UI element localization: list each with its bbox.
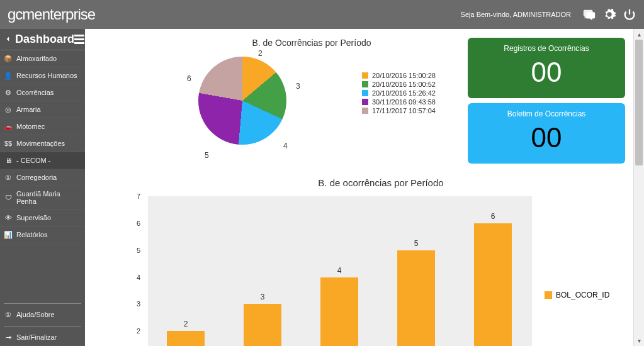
sidebar-item-label: Recursos Humanos [16,72,77,79]
sidebar-item-label: Relatórios [16,231,48,238]
sidebar-item-label: Supervisão [16,214,51,221]
logo-main: gcm [8,6,34,23]
monitor-icon: 🖥 [4,156,13,165]
legend-swatch [362,81,368,87]
sidebar-item-relatorios[interactable]: 📊 Relatórios [0,226,85,243]
sidebar-item-almoxarifado[interactable]: 📦 Almoxarifado [0,50,85,67]
pie-graphic [198,57,286,145]
chat-icon[interactable] [582,8,596,21]
alert-icon: ① [4,173,13,182]
eye-icon: 👁 [4,213,13,222]
sidebar-item-label: Armaria [16,106,41,113]
sidebar-item-ajuda[interactable]: ① Ajuda/Sobre [0,306,85,323]
sidebar-item-label: Almoxarifado [16,55,57,62]
pie-slice-label: 6 [187,74,191,83]
legend-item: 30/11/2016 09:43:58 [362,98,436,106]
legend-swatch [362,90,368,96]
scroll-down-icon[interactable]: ▾ [634,335,644,346]
sidebar-item-armaria[interactable]: ◎ Armaria [0,101,85,118]
report-icon: 📊 [4,230,13,239]
app-logo: gcmenterprise [8,6,95,23]
sidebar-item-sair[interactable]: ⇥ Sair/Finalizar [0,329,85,346]
legend-label: 20/10/2016 15:00:28 [372,72,436,79]
stat-cards: Registros de Ocorrências 00 Boletim de O… [468,38,625,164]
sidebar-item-label: Guardiã Maria Penha [16,190,81,205]
welcome-text: Seja Bem-vindo, ADMINISTRADOR [461,11,571,18]
box-icon: 📦 [4,54,13,63]
person-icon: 👤 [4,71,13,80]
card-boletim-ocorrencias[interactable]: Boletim de Ocorrências 00 [468,103,625,164]
bar-legend: BOL_OCOR_ID [545,291,609,299]
back-icon[interactable] [4,35,13,45]
money-icon: $$ [4,139,13,148]
gear-icon[interactable] [602,8,616,21]
card-title: Boletim de Ocorrências [473,109,620,118]
y-tick: 6 [137,220,140,227]
pie-slice-label: 3 [296,82,300,91]
sidebar-title: Dashboard [15,33,74,46]
power-icon[interactable] [623,8,636,21]
sidebar-item-label: Ajuda/Sobre [16,311,55,318]
card-value: 00 [473,57,620,88]
legend-label: 20/10/2016 15:26:42 [372,89,436,97]
sidebar: Dashboard 📦 Almoxarifado 👤 Recursos Huma… [0,29,85,346]
bar-value-label: 3 [261,293,265,301]
legend-item: 20/10/2016 15:26:42 [362,89,436,97]
sidebar-item-label: - CECOM - [16,157,50,164]
legend-item: 17/11/2017 10:57:04 [362,107,436,114]
legend-label: 20/10/2016 15:00:52 [372,81,436,88]
bar [244,304,281,346]
y-tick: 2 [137,327,140,335]
menu-icon[interactable] [74,35,84,44]
bar-value-label: 4 [337,266,342,275]
target-icon: ◎ [4,105,13,114]
content-area: B. de Ocorrências por Período 2 3 4 5 6 … [85,29,644,346]
pie-legend: 20/10/2016 15:00:28 20/10/2016 15:00:52 … [362,72,436,116]
scroll-up-icon[interactable]: ▴ [634,29,644,40]
pie-chart-title: B. de Ocorrências por Período [223,38,400,48]
sidebar-item-supervisao[interactable]: 👁 Supervisão [0,209,85,226]
bar-value-label: 2 [184,320,188,328]
sidebar-item-label: Motomec [16,123,45,130]
sidebar-item-corregedoria[interactable]: ① Corregedoria [0,169,85,186]
bar [320,277,358,346]
legend-swatch [362,99,368,105]
y-tick: 5 [137,247,140,254]
legend-label: BOL_OCOR_ID [556,291,609,299]
sidebar-item-movimentacoes[interactable]: $$ Movimentações [0,135,85,152]
sidebar-item-ocorrencias[interactable]: ⚙ Ocorrências [0,84,85,101]
legend-swatch [362,108,368,114]
pie-slice-label: 4 [283,142,288,150]
sidebar-item-label: Ocorrências [16,89,54,96]
topbar: gcmenterprise Seja Bem-vindo, ADMINISTRA… [0,0,644,29]
bar-chart: 0 1 2 3 4 5 6 7 23456 BOL_OCOR_ID [135,196,589,346]
legend-item: 20/10/2016 15:00:52 [362,81,436,88]
scrollbar[interactable]: ▴ ▾ [633,29,644,346]
bar-chart-title: B. de ocorrências por Período [223,177,538,188]
bar-value-label: 6 [491,212,495,221]
sidebar-item-recursos-humanos[interactable]: 👤 Recursos Humanos [0,67,85,84]
bar-value-label: 5 [414,239,419,248]
y-tick: 3 [137,300,140,308]
sidebar-item-guardia-maria-penha[interactable]: 🛡 Guardiã Maria Penha [0,186,85,209]
sidebar-item-motomec[interactable]: 🚗 Motomec [0,118,85,135]
y-tick: 4 [137,274,140,281]
card-title: Registros de Ocorrências [473,44,620,53]
sidebar-item-label: Movimentações [16,140,65,147]
exit-icon: ⇥ [4,333,13,342]
card-value: 00 [473,122,620,153]
bar-plot-area: 0 1 2 3 4 5 6 7 23456 [148,196,532,346]
card-registros-ocorrencias[interactable]: Registros de Ocorrências 00 [468,38,625,98]
scrollbar-thumb[interactable] [635,40,643,165]
legend-item: 20/10/2016 15:00:28 [362,72,436,79]
handcuffs-icon: ⚙ [4,88,13,97]
sidebar-item-cecom[interactable]: 🖥 - CECOM - [0,152,85,169]
pie-chart: 2 3 4 5 6 [198,57,286,145]
sidebar-header: Dashboard [0,29,85,50]
legend-swatch [545,291,552,299]
logo-sub: enterprise [34,6,95,23]
car-icon: 🚗 [4,122,13,131]
bar [397,250,435,346]
y-tick: 7 [137,193,140,200]
legend-label: 17/11/2017 10:57:04 [372,107,436,114]
